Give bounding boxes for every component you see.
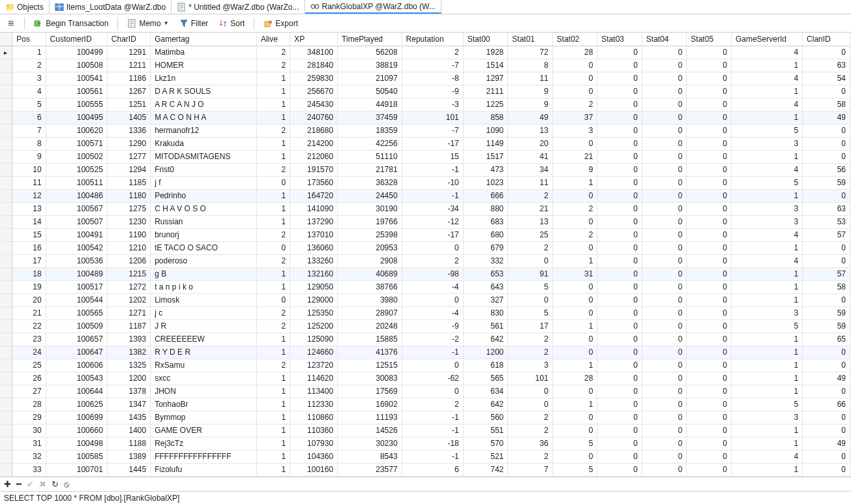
cell[interactable]: 1 [552, 398, 597, 411]
cell[interactable]: 1023 [463, 176, 508, 189]
cell[interactable]: 1 [256, 385, 290, 398]
cell[interactable]: -8 [402, 72, 463, 85]
cell[interactable]: 100625 [46, 398, 107, 411]
cell[interactable]: 57 [803, 228, 850, 241]
cell[interactable]: 0 [687, 215, 732, 228]
cell[interactable]: 100660 [46, 424, 107, 437]
row-indicator[interactable] [0, 319, 12, 333]
column-header[interactable]: Reputation [402, 33, 463, 46]
cell[interactable]: 4 [12, 85, 46, 98]
cell[interactable]: 683 [463, 215, 508, 228]
cell[interactable]: 1215 [107, 267, 150, 280]
cell[interactable]: 100541 [46, 72, 107, 85]
cell[interactable]: 21 [552, 150, 597, 163]
cell[interactable]: 0 [687, 398, 732, 411]
filter-button[interactable]: Filter [175, 18, 213, 29]
cell[interactable]: 0 [642, 163, 687, 176]
cell[interactable]: 643 [463, 280, 508, 293]
cell[interactable]: 3 [731, 306, 802, 319]
cell[interactable]: 1 [731, 241, 802, 254]
cell[interactable]: 0 [597, 111, 642, 124]
cell[interactable]: 100498 [46, 437, 107, 450]
cell[interactable]: 653 [463, 267, 508, 280]
cell[interactable]: 240760 [290, 111, 338, 124]
cell[interactable]: 20 [12, 293, 46, 306]
cell[interactable]: 2 [508, 424, 553, 437]
cell[interactable]: 3 [552, 124, 597, 137]
tab-untitled[interactable]: * Untitled @WarZ.dbo (WarZo... [172, 0, 305, 14]
cell[interactable]: 1 [256, 346, 290, 359]
table-row[interactable]: 201005441202Limosk0129000398003270000010 [0, 293, 850, 306]
table-row[interactable]: 331007011445Fizolufu11001602357767427500… [0, 463, 850, 476]
row-indicator[interactable] [0, 111, 12, 124]
cell[interactable]: 110360 [290, 424, 338, 437]
cell[interactable]: 1290 [107, 137, 150, 150]
cell[interactable]: 565 [463, 372, 508, 385]
cell[interactable]: -18 [402, 437, 463, 450]
column-header[interactable]: TimePlayed [338, 33, 402, 46]
cell[interactable]: 0 [687, 46, 732, 59]
cell[interactable]: 0 [597, 293, 642, 306]
cell[interactable]: 0 [642, 72, 687, 85]
cell[interactable]: 0 [256, 176, 290, 189]
cell[interactable]: 9 [12, 150, 46, 163]
cell[interactable]: 2 [508, 189, 553, 202]
menu-icon[interactable]: ≡ [3, 18, 19, 29]
cell[interactable]: 132160 [290, 267, 338, 280]
cell[interactable]: 0 [597, 215, 642, 228]
cell[interactable]: 2 [402, 254, 463, 267]
cell[interactable]: 1928 [463, 46, 508, 59]
cell[interactable]: 880 [463, 202, 508, 215]
cell[interactable]: 0 [402, 385, 463, 398]
cell[interactable]: 1 [731, 346, 802, 359]
cell[interactable]: 1 [731, 280, 802, 293]
cell[interactable]: 0 [597, 306, 642, 319]
row-indicator[interactable] [0, 254, 12, 267]
cell[interactable]: Lkz1n [151, 72, 257, 85]
column-header[interactable]: GameServerId [731, 33, 802, 46]
cell[interactable]: 0 [642, 333, 687, 346]
table-row[interactable]: 271006441378JHON11134001756906340000010 [0, 385, 850, 398]
cell[interactable]: 0 [642, 398, 687, 411]
cell[interactable]: 136060 [290, 241, 338, 254]
cell[interactable]: 0 [597, 463, 642, 476]
cell[interactable]: 561 [463, 319, 508, 333]
cell[interactable]: 0 [552, 385, 597, 398]
row-indicator[interactable] [0, 437, 12, 450]
cell[interactable]: 0 [642, 450, 687, 463]
cell[interactable]: 9 [508, 85, 553, 98]
cell[interactable]: 173560 [290, 176, 338, 189]
export-button[interactable]: Export [260, 18, 302, 29]
cell[interactable]: 634 [463, 385, 508, 398]
cell[interactable]: 1 [256, 189, 290, 202]
cell[interactable]: 4 [731, 46, 802, 59]
cell[interactable]: poderoso [151, 254, 257, 267]
cell[interactable]: 212060 [290, 150, 338, 163]
cell[interactable]: 2 [256, 359, 290, 372]
cell[interactable]: 54 [803, 72, 850, 85]
cell[interactable]: -34 [402, 202, 463, 215]
cell[interactable]: 100544 [46, 293, 107, 306]
table-row[interactable]: 321005851389FFFFFFFFFFFFFFFF11043608543-… [0, 450, 850, 463]
cell[interactable]: 0 [803, 411, 850, 424]
cell[interactable]: 191570 [290, 163, 338, 176]
cell[interactable]: 0 [687, 372, 732, 385]
cell[interactable]: 0 [687, 437, 732, 450]
cell[interactable]: 23577 [338, 463, 402, 476]
cell[interactable]: 0 [687, 333, 732, 346]
cell[interactable]: 0 [597, 163, 642, 176]
cell[interactable]: 0 [642, 46, 687, 59]
column-header[interactable]: Stat01 [508, 33, 553, 46]
cell[interactable]: 0 [552, 72, 597, 85]
cell[interactable]: 1 [256, 411, 290, 424]
cell[interactable]: 1202 [107, 293, 150, 306]
row-indicator[interactable] [0, 202, 12, 215]
cell[interactable]: 1 [731, 463, 802, 476]
cell[interactable]: 1 [731, 150, 802, 163]
cell[interactable]: 0 [597, 411, 642, 424]
cell[interactable]: 100657 [46, 333, 107, 346]
cell[interactable]: 15 [402, 150, 463, 163]
cell[interactable]: 14526 [338, 424, 402, 437]
cell[interactable]: 0 [642, 176, 687, 189]
cell[interactable]: 19766 [338, 215, 402, 228]
